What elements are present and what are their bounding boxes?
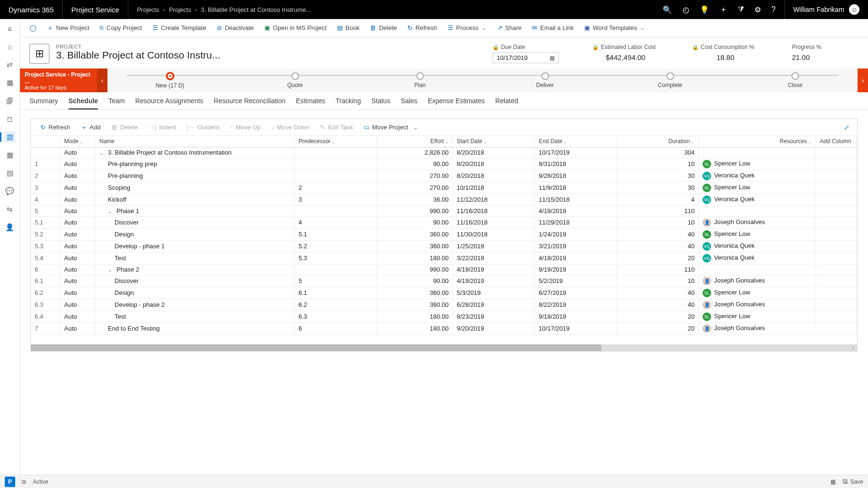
tab-expense-estimates[interactable]: Expense Estimates: [428, 97, 485, 109]
tab-status[interactable]: Status: [371, 97, 390, 109]
report-icon[interactable]: ▤: [4, 167, 16, 179]
table-row[interactable]: 6.4AutoTest6.3180.008/23/20199/19/201920…: [31, 311, 857, 322]
grid-view-icon[interactable]: ▦: [830, 478, 836, 485]
stage-deliver[interactable]: Deliver: [482, 72, 608, 88]
stage-prev-button[interactable]: ‹: [97, 68, 107, 92]
copy-project-button[interactable]: ⎘Copy Project: [95, 22, 146, 33]
table-row[interactable]: 3AutoScoping2270.0010/1/201811/9/201830S…: [31, 182, 857, 194]
col-add[interactable]: Add Column: [816, 136, 857, 147]
tab-estimates[interactable]: Estimates: [296, 97, 325, 109]
move-project-button[interactable]: ▭Move Project⌄: [359, 122, 423, 132]
book-button[interactable]: ▤Book: [332, 22, 365, 33]
col-index[interactable]: [31, 136, 60, 147]
calendar-icon[interactable]: ▦: [4, 77, 16, 88]
stage-plan[interactable]: Plan: [357, 72, 482, 88]
edit-task-button[interactable]: ✎Edit Task: [315, 122, 358, 132]
outdent-button[interactable]: |←Outdent: [182, 122, 224, 132]
move-down-button[interactable]: ↓Move Down: [266, 122, 314, 132]
tab-sales[interactable]: Sales: [401, 97, 417, 109]
tab-summary[interactable]: Summary: [29, 97, 58, 109]
module-label[interactable]: Project Service: [63, 0, 128, 19]
col-effort[interactable]: Effort⌄: [376, 136, 453, 147]
table-row[interactable]: 5.3AutoDevelop - phase 15.2360.001/25/20…: [31, 240, 857, 252]
stage-new-d-[interactable]: New (17 D): [107, 72, 232, 89]
help-icon[interactable]: ?: [772, 5, 776, 14]
scroll-thumb[interactable]: [31, 344, 601, 351]
filter-icon[interactable]: ⧩: [738, 5, 744, 14]
refresh-button[interactable]: ↻Refresh: [36, 122, 75, 132]
breadcrumb-item[interactable]: Projects: [169, 6, 191, 13]
hamburger-icon[interactable]: ≡: [4, 23, 16, 34]
col-duration[interactable]: Duration⌄: [617, 136, 699, 147]
breadcrumb-item[interactable]: Projects: [137, 6, 159, 13]
tab-resource-reconciliation[interactable]: Resource Reconciliation: [214, 97, 286, 109]
tab-related[interactable]: Related: [495, 97, 518, 109]
share-button[interactable]: ↗Share: [492, 22, 527, 33]
table-row[interactable]: 1AutoPre-planning prep90.008/20/20188/31…: [31, 158, 857, 170]
chevron-down-icon[interactable]: ⌄: [108, 209, 114, 214]
save-button[interactable]: 🖫Save: [842, 478, 863, 485]
brand-label[interactable]: Dynamics 365: [0, 0, 63, 19]
tab-resource-assignments[interactable]: Resource Assignments: [135, 97, 203, 109]
process-button[interactable]: ☰Process⌄: [443, 22, 492, 33]
table-row[interactable]: 5.2AutoDesign5.1360.0011/30/20181/24/201…: [31, 228, 857, 240]
refresh-button[interactable]: ↻Refresh: [403, 22, 442, 33]
stage-complete[interactable]: Complete: [608, 72, 733, 88]
stage-quote[interactable]: Quote: [232, 72, 357, 88]
open-ms-project-button[interactable]: ▣Open in MS Project: [260, 22, 331, 33]
deactivate-button[interactable]: ⊘Deactivate: [212, 22, 259, 33]
expand-icon[interactable]: ⤢: [844, 124, 852, 131]
grid-icon[interactable]: ▦: [4, 149, 16, 161]
table-row[interactable]: 6.2AutoDesign6.1360.005/3/20196/27/20194…: [31, 287, 857, 299]
col-mode[interactable]: Mode⌄: [60, 136, 96, 147]
new-project-button[interactable]: ＋New Project: [42, 22, 94, 34]
person-icon[interactable]: 👤: [4, 222, 16, 233]
table-row[interactable]: 2AutoPre-planning270.008/20/20189/28/201…: [31, 170, 857, 182]
col-predecessor[interactable]: Predecessor⌄: [295, 136, 377, 147]
table-row[interactable]: 4AutoKickoff336.0011/12/201811/15/20184V…: [31, 194, 857, 205]
move-up-button[interactable]: ↑Move Up: [225, 122, 265, 132]
tab-tracking[interactable]: Tracking: [336, 97, 361, 109]
page-icon[interactable]: 🗋: [4, 113, 16, 125]
settings-icon[interactable]: ⚙: [754, 5, 761, 14]
home-icon[interactable]: ⌂: [4, 41, 16, 52]
chevron-down-icon[interactable]: ⌄: [108, 267, 114, 273]
table-row[interactable]: Auto⌄3. Billable Project at Contoso Inst…: [31, 147, 857, 158]
stage-next-button[interactable]: ›: [858, 68, 868, 92]
stage-status-badge[interactable]: Project Service - Project ... Active for…: [20, 68, 97, 92]
transfer-icon[interactable]: ⇆: [4, 204, 16, 215]
tips-icon[interactable]: 💡: [700, 5, 709, 14]
table-row[interactable]: 6.3AutoDevelop - phase 26.2360.006/28/20…: [31, 299, 857, 311]
table-row[interactable]: 6.1AutoDiscover590.004/19/20195/2/201910…: [31, 275, 857, 287]
col-start[interactable]: Start Date⌄: [453, 136, 535, 147]
col-resources[interactable]: Resources⌄: [699, 136, 816, 147]
table-row[interactable]: 5Auto⌄Phase 1990.0011/16/20184/18/201911…: [31, 205, 857, 216]
folder-icon[interactable]: 🗐: [4, 95, 16, 107]
table-row[interactable]: 7AutoEnd to End Testing6180.009/20/20191…: [31, 322, 857, 334]
table-row[interactable]: 5.1AutoDiscover490.0011/16/201811/29/201…: [31, 216, 857, 228]
search-icon[interactable]: 🔍: [663, 5, 672, 14]
breadcrumb-item[interactable]: 3. Billable Project at Contoso Instrume.…: [201, 6, 311, 13]
col-name[interactable]: Name: [96, 136, 295, 147]
add-button[interactable]: ＋Add: [76, 122, 106, 133]
table-row[interactable]: 5.4AutoTest5.3180.003/22/20194/18/201920…: [31, 252, 857, 264]
table-row[interactable]: 6Auto⌄Phase 2990.004/19/20199/19/2019110: [31, 264, 857, 275]
back-button[interactable]: ◯: [25, 22, 41, 33]
gantt-icon[interactable]: ▥: [4, 131, 16, 143]
add-icon[interactable]: ＋: [720, 5, 727, 15]
chat-icon[interactable]: 💬: [4, 185, 16, 197]
indent-button[interactable]: →|Indent: [144, 122, 181, 132]
stage-close[interactable]: Close: [733, 72, 858, 88]
chevron-down-icon[interactable]: ⌄: [99, 150, 105, 156]
timer-icon[interactable]: ◴: [683, 5, 689, 14]
app-switcher-button[interactable]: P: [5, 477, 15, 487]
tab-schedule[interactable]: Schedule: [68, 97, 98, 109]
email-link-button[interactable]: ✉Email a Link: [527, 22, 579, 33]
col-end[interactable]: End Date⌄: [535, 136, 617, 147]
user-menu[interactable]: William Fabrikam ☺: [784, 0, 868, 19]
scroll-right-icon[interactable]: ›: [849, 344, 857, 351]
create-template-button[interactable]: ☰Create Template: [148, 22, 211, 33]
tab-team[interactable]: Team: [108, 97, 125, 109]
delete-button[interactable]: 🗑Delete: [365, 22, 402, 33]
horizontal-scrollbar[interactable]: ‹ ›: [31, 344, 857, 351]
